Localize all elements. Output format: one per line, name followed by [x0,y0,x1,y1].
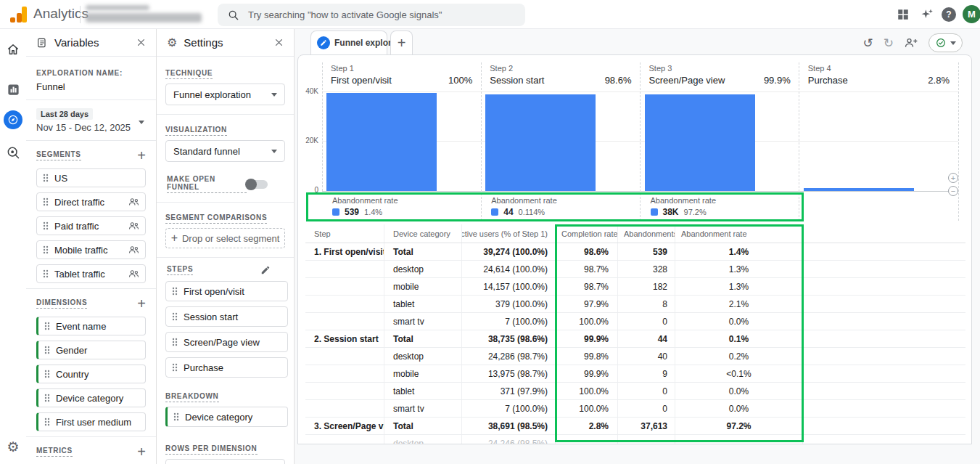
make-open-funnel-toggle[interactable] [247,180,268,189]
breakdown-chip[interactable]: Device category [165,407,288,427]
dimension-label: Gender [56,345,87,356]
add-tab-button[interactable]: + [390,30,413,54]
cell-step [305,365,384,382]
dimension-chip[interactable]: Device category [36,388,146,407]
cell-abandonment-rate: 0.0% [675,313,803,330]
funnel-step-chip[interactable]: Session start [165,306,288,327]
search-bar[interactable]: Try searching "how to activate Google si… [218,4,525,26]
zoom-in-button[interactable]: + [948,173,958,183]
drag-handle-icon[interactable] [172,363,178,372]
funnel-step-header: Step 4 Purchase 2.8% [799,62,958,90]
breakdown-label: BREAKDOWN [165,392,219,402]
cell-step: 3. Screen/Page view [305,418,384,434]
table-row[interactable]: desktop 24,246 (98.5%) [305,435,965,444]
cell-abandonment-rate [675,435,803,444]
check-circle-icon [935,37,947,49]
cell-active-users: 379 (100.0%) [462,296,556,312]
drag-handle-icon[interactable] [44,370,50,378]
drag-handle-icon[interactable] [172,287,178,296]
drag-handle-icon[interactable] [172,312,178,321]
segment-chip[interactable]: Mobile traffic [36,240,146,259]
technique-value: Funnel exploration [173,89,251,100]
home-icon[interactable] [0,38,26,60]
add-metric-icon[interactable]: + [137,444,146,459]
cell-active-users: 14,157 (100.0%) [462,278,556,295]
drag-handle-icon[interactable] [172,338,178,346]
table-row[interactable]: 3. Screen/Page view Total 38,691 (98.5%)… [305,418,965,435]
visualization-select[interactable]: Standard funnel [165,140,285,162]
segment-comparisons-label: SEGMENT COMPARISONS [165,213,267,224]
divider [80,6,81,23]
add-dimension-icon[interactable]: + [137,296,146,311]
col-header-completion-rate[interactable]: Completion rate [556,224,618,243]
col-header-device-category[interactable]: Device category [384,224,462,243]
drag-handle-icon[interactable] [44,418,50,426]
drag-handle-icon[interactable] [44,346,50,354]
rows-per-dimension-select[interactable]: 5 [165,459,285,464]
explore-icon-active[interactable] [0,109,26,131]
date-range-picker[interactable]: Last 28 days Nov 15 - Dec 12, 2025 [26,100,156,141]
reports-icon[interactable] [0,78,26,100]
drag-handle-icon[interactable] [44,394,50,402]
redo-icon[interactable]: ↻ [884,37,894,49]
col-header-abandonment-rate[interactable]: Abandonment rate [675,224,803,243]
close-settings-icon[interactable] [274,38,284,47]
table-row[interactable]: desktop 24,614 (100.0%) 98.7% 328 1.3% [305,261,965,278]
segment-chip[interactable]: Paid traffic [36,216,146,235]
abandonment-rate: 1.4% [364,208,382,216]
apps-grid-icon[interactable] [894,6,912,23]
cell-abandonments: 37,613 [618,418,675,434]
dimension-chip[interactable]: Gender [36,341,146,359]
account-property-selector-blurred[interactable] [86,5,202,23]
close-variables-icon[interactable] [136,38,146,47]
drag-handle-icon[interactable] [43,245,49,254]
sparkle-gemini-icon[interactable] [918,6,936,23]
drag-handle-icon[interactable] [44,322,50,330]
exploration-name-value[interactable]: Funnel [36,81,146,92]
zoom-out-button[interactable]: − [948,186,958,196]
advertising-icon[interactable] [0,142,26,163]
col-header-step[interactable]: Step [305,224,384,243]
table-row[interactable]: mobile 13,975 (98.7%) 99.9% 9 <0.1% [305,365,965,383]
cell-active-users: 13,975 (98.7%) [462,365,556,382]
funnel-step-chip[interactable]: Purchase [165,357,288,378]
edit-steps-pencil-icon[interactable] [260,265,271,275]
drag-handle-icon[interactable] [43,269,49,278]
segment-chip[interactable]: Direct traffic [36,192,146,211]
table-row[interactable]: 2. Session start Total 38,735 (98.6%) 99… [305,330,965,348]
people-icon [128,269,139,278]
funnel-bar [645,94,755,191]
save-status-pill[interactable] [928,33,963,52]
add-segment-icon[interactable]: + [137,148,146,163]
undo-icon[interactable]: ↺ [863,37,873,49]
drop-segment-target[interactable]: + Drop or select segment [165,228,285,248]
col-header-active-users[interactable]: Active users (% of Step 1) [462,224,556,243]
table-row[interactable]: desktop 24,286 (98.7%) 99.8% 40 0.2% [305,348,965,365]
technique-select[interactable]: Funnel exploration [165,84,285,105]
avatar[interactable]: M [963,5,980,23]
table-row[interactable]: smart tv 7 (100.0%) 100.0% 0 0.0% [305,313,965,330]
col-header-abandonments[interactable]: Abandonments [618,224,675,243]
table-row[interactable]: smart tv 7 (100.0%) 100.0% 0 0.0% [305,400,965,418]
dimension-chip[interactable]: First user medium [36,412,146,431]
tab-funnel-exploration[interactable]: Funnel explor... [310,30,387,54]
segment-chip[interactable]: Tablet traffic [36,264,146,283]
table-row[interactable]: mobile 14,157 (100.0%) 98.7% 182 1.3% [305,278,965,296]
drag-handle-icon[interactable] [43,174,49,182]
help-icon[interactable]: ? [940,6,958,23]
table-row[interactable]: tablet 371 (97.9%) 100.0% 0 0.0% [305,383,965,400]
drag-handle-icon[interactable] [173,412,179,421]
dimension-chip[interactable]: Country [36,365,146,383]
segment-chip[interactable]: US [36,168,146,187]
funnel-step-chip[interactable]: First open/visit [165,281,288,301]
share-add-user-icon[interactable] [904,37,918,49]
admin-gear-icon[interactable]: ⚙ [0,436,26,457]
dimension-chip[interactable]: Event name [36,317,146,335]
table-row[interactable]: tablet 379 (100.0%) 97.9% 8 2.1% [305,296,965,313]
settings-title: Settings [184,36,268,49]
drag-handle-icon[interactable] [43,221,49,230]
cell-active-users: 371 (97.9%) [462,383,556,399]
drag-handle-icon[interactable] [43,198,49,206]
table-row[interactable]: 1. First open/visit Total 39,274 (100.0%… [305,243,965,261]
funnel-step-chip[interactable]: Screen/Page view [165,332,288,352]
